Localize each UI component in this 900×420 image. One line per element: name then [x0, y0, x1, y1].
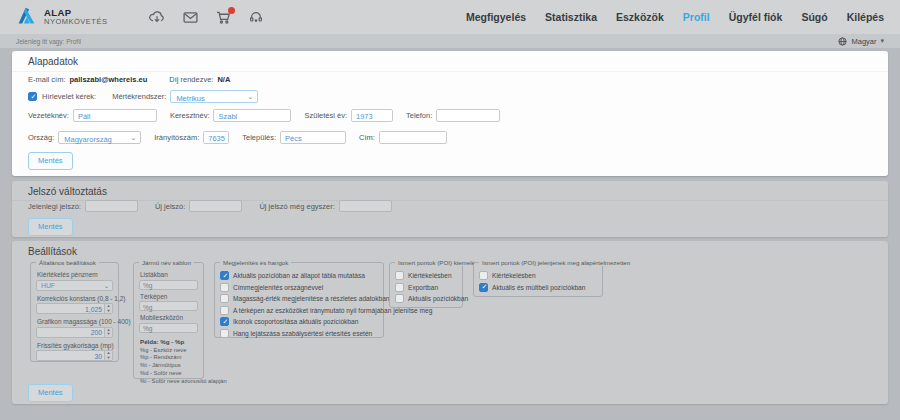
- logo-text-line2: NYOMKÖVETÉS: [44, 18, 107, 26]
- nav-link-ugyfel-fiok[interactable]: Ügyfél fiók: [729, 11, 783, 23]
- checkbox-option[interactable]: Aktuális és múltbeli pozíciókban: [479, 283, 597, 292]
- list-template-input[interactable]: %g: [139, 280, 198, 290]
- refresh-label: Frissítés gyakorisága (mp): [37, 342, 113, 349]
- mobile-template-input[interactable]: %g: [139, 323, 198, 333]
- nav-link-eszkozok[interactable]: Eszközök: [616, 11, 664, 23]
- address-fields-row: Ország: Magyarország ⌄ Irányítószám: 763…: [28, 131, 460, 144]
- language-selector[interactable]: Magyar ▾: [838, 32, 884, 50]
- settings-section: Beállítások Általános beállítások Kiérté…: [12, 241, 888, 404]
- checkbox[interactable]: [220, 329, 229, 338]
- newsletter-checkbox[interactable]: [28, 92, 37, 101]
- zip-input[interactable]: 7635: [203, 131, 229, 144]
- newsletter-row: Hírlevelet kérek: Mértékrendszer: Metrik…: [28, 90, 258, 103]
- password-section: Jelszó változtatás Jelenlegi jelszó: Új …: [12, 181, 888, 237]
- checkbox-option[interactable]: Aktuális pozícióban az állapot tábla mut…: [220, 271, 378, 280]
- currency-select[interactable]: HUF ⌄: [36, 280, 113, 291]
- template-example-line: %g - Eszköz neve: [140, 347, 198, 355]
- newsletter-label: Hírlevelet kérek:: [42, 92, 96, 101]
- nav-link-megfigyeles[interactable]: Megfigyelés: [466, 11, 526, 23]
- checkbox-label: Magasság-érték megjelenítése a részletes…: [233, 295, 390, 302]
- basic-data-section: Alapadatok E-mail cím: pallszabi@whereis…: [12, 51, 888, 176]
- cart-icon[interactable]: [215, 10, 231, 24]
- template-example-line: %d - Sofőr neve: [140, 370, 198, 378]
- checkbox[interactable]: [220, 294, 229, 303]
- map-template-label: Térképen: [140, 293, 198, 300]
- correction-value: 1,025: [85, 306, 102, 313]
- stepper-arrows-icon[interactable]: ▲▼: [104, 351, 112, 360]
- navbar-links: Megfigyelés Statisztika Eszközök Profil …: [466, 11, 884, 23]
- checkbox[interactable]: [220, 317, 229, 326]
- save-button[interactable]: Mentés: [28, 152, 73, 170]
- checkbox-option[interactable]: Kiértékelésben: [479, 271, 597, 280]
- nav-link-kilepes[interactable]: Kilépés: [847, 11, 884, 23]
- save-button[interactable]: Mentés: [28, 384, 73, 402]
- checkbox[interactable]: [395, 294, 404, 303]
- checkbox-label: Ikonok csoportosítása aktuális pozíciókb…: [233, 318, 358, 325]
- divider: [12, 71, 888, 72]
- refresh-stepper[interactable]: 30 ▲▼: [36, 350, 113, 361]
- current-password-input[interactable]: [85, 200, 138, 212]
- chevron-down-icon: ⌄: [104, 282, 109, 289]
- checkbox-option[interactable]: Ikonok csoportosítása aktuális pozíciókb…: [220, 317, 378, 326]
- new-password-input[interactable]: [189, 200, 242, 212]
- nav-link-profil[interactable]: Profil: [683, 11, 710, 23]
- password-fields-row: Jelenlegi jelszó: Új jelszó: Új jelszó m…: [28, 200, 405, 212]
- checkbox-option[interactable]: Kiértékelésben: [395, 271, 457, 280]
- checkbox-label: Aktuális pozíciókban: [408, 295, 468, 302]
- template-example-title: Példa: %g - %p: [140, 338, 198, 345]
- section-title-password: Jelszó változtatás: [28, 186, 107, 197]
- checkbox[interactable]: [395, 271, 404, 280]
- checkbox-option[interactable]: Aktuális pozíciókban: [395, 294, 457, 303]
- poi-highlight-panel: Ismert pontok (POI) kiemelése Kiértékelé…: [389, 262, 463, 308]
- country-label: Ország:: [28, 133, 54, 142]
- checkbox-option[interactable]: Címmegjelenítés országnévvel: [220, 283, 378, 292]
- vehicle-name-panel: Jármű név sablon Listákban %g Térképen %…: [133, 262, 204, 379]
- checkbox-option[interactable]: Magasság-érték megjelenítése a részletes…: [220, 294, 378, 303]
- person-fields-row: Vezetéknév: Páll Keresztnév: Szabi Szüle…: [28, 109, 513, 122]
- firstname-input[interactable]: Szabi: [213, 109, 291, 122]
- chevron-down-icon: ⌄: [130, 134, 136, 142]
- graph-height-stepper[interactable]: 200 ▲▼: [36, 327, 113, 338]
- password-save-row: Mentés: [28, 218, 73, 236]
- checkbox[interactable]: [220, 271, 229, 280]
- save-button[interactable]: Mentés: [28, 218, 73, 236]
- settings-save-row: Mentés: [28, 384, 73, 402]
- graph-height-label: Grafikon magassága (100 - 400): [37, 318, 113, 325]
- cloud-download-icon[interactable]: [149, 10, 165, 24]
- phone-label: Telefon:: [406, 111, 432, 120]
- app-logo[interactable]: ALAP NYOMKÖVETÉS: [16, 5, 107, 30]
- checkbox-option[interactable]: Exportban: [395, 283, 457, 292]
- stepper-arrows-icon[interactable]: ▲▼: [104, 328, 112, 337]
- city-input[interactable]: Pécs: [280, 131, 346, 144]
- currency-label: Kiértékelés pénznem: [37, 271, 113, 278]
- correction-label: Korrekciós konstans (0,8 - 1,2): [37, 295, 113, 302]
- nav-link-statisztika[interactable]: Statisztika: [545, 11, 597, 23]
- checkbox-option[interactable]: Hang lejátszása szabálysértési értesítés…: [220, 329, 378, 338]
- street-input[interactable]: [379, 131, 447, 144]
- language-label: Magyar: [851, 37, 876, 46]
- checkbox[interactable]: [479, 271, 488, 280]
- nav-link-sugo[interactable]: Súgó: [801, 11, 827, 23]
- email-value: pallszabi@whereis.eu: [70, 75, 148, 84]
- correction-stepper[interactable]: 1,025 ▲▼: [36, 303, 113, 314]
- repeat-password-input[interactable]: [339, 200, 392, 212]
- checkbox[interactable]: [220, 306, 229, 315]
- phone-input[interactable]: [436, 109, 500, 122]
- checkbox[interactable]: [220, 283, 229, 292]
- zip-label: Irányítószám:: [154, 133, 199, 142]
- unit-system-select[interactable]: Metrikus ⌄: [170, 90, 258, 103]
- checkbox[interactable]: [479, 283, 488, 292]
- country-select[interactable]: Magyarország ⌄: [58, 131, 141, 144]
- mail-icon[interactable]: [182, 10, 198, 24]
- checkbox-option[interactable]: A térképen az eszközöket iránymutató nyí…: [220, 306, 378, 315]
- map-template-input[interactable]: %g: [139, 301, 198, 311]
- birthyear-input[interactable]: 1973: [351, 109, 393, 122]
- headset-icon[interactable]: [248, 10, 264, 24]
- refresh-value: 30: [94, 353, 102, 360]
- lastname-input[interactable]: Páll: [73, 109, 157, 122]
- current-password-label: Jelenlegi jelszó:: [28, 202, 81, 211]
- repeat-password-label: Új jelszó még egyszer:: [259, 202, 334, 211]
- checkbox[interactable]: [395, 283, 404, 292]
- template-example-line: %p - Rendszám: [140, 354, 198, 362]
- stepper-arrows-icon[interactable]: ▲▼: [104, 304, 112, 313]
